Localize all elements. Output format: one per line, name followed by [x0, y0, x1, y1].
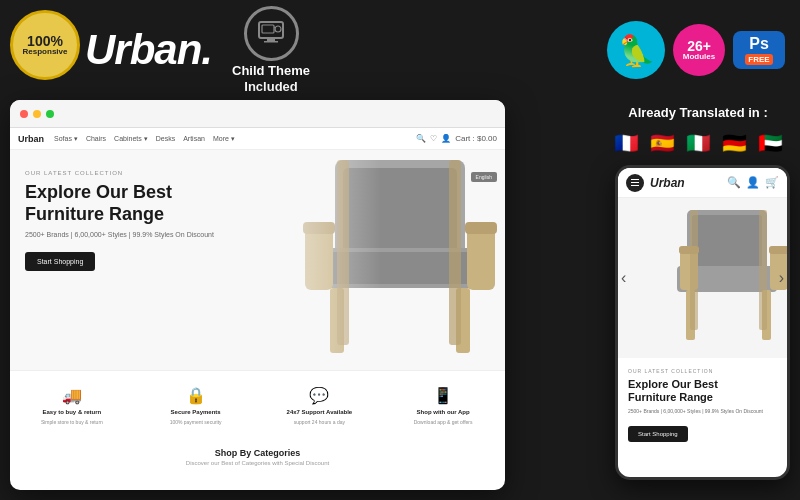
flags-row: 🇫🇷 🇪🇸 🇮🇹 🇩🇪 🇦🇪 [611, 128, 785, 158]
svg-rect-27 [690, 210, 698, 330]
child-theme-line2: Included [232, 79, 310, 95]
app-icon: 📱 [433, 386, 453, 405]
flag-de: 🇩🇪 [719, 128, 749, 158]
mobile-title: Explore Our Best Furniture Range [628, 378, 777, 404]
categories-title: Shop By Categories [20, 448, 495, 458]
mobile-user-icon[interactable]: 👤 [746, 176, 760, 189]
nav-link-sofas[interactable]: Sofas ▾ [54, 135, 78, 143]
mobile-brand: Urban [650, 176, 685, 190]
translation-section: Already Translated in : 🇫🇷 🇪🇸 🇮🇹 🇩🇪 🇦🇪 [611, 105, 785, 158]
mobile-hero: ‹ › [618, 198, 787, 358]
flag-it: 🇮🇹 [683, 128, 713, 158]
mobile-mockup: Urban 🔍 👤 🛒 ‹ › OUR [615, 165, 790, 480]
feature-item-app: 📱 Shop with our App Download app & get o… [381, 381, 505, 430]
mobile-nav: Urban 🔍 👤 🛒 [618, 168, 787, 198]
mobile-title-line2: Furniture Range [628, 391, 713, 403]
mobile-label: OUR LATEST COLLECTION [628, 368, 777, 374]
payment-icon: 🔒 [186, 386, 206, 405]
categories-subtitle: Discover our Best of Categories with Spe… [20, 460, 495, 466]
flag-fr: 🇫🇷 [611, 128, 641, 158]
prev-arrow-icon[interactable]: ‹ [621, 269, 626, 287]
hero-title-line2: Furniture Range [25, 204, 164, 224]
responsive-badge: 100% Responsive [10, 10, 80, 80]
browser-nav: Urban Sofas ▾ Chairs Cabinets ▾ Desks Ar… [10, 128, 505, 150]
feature-title-app: Shop with our App [417, 409, 470, 415]
flag-es: 🇪🇸 [647, 128, 677, 158]
search-icon[interactable]: 🔍 [416, 134, 426, 143]
translation-title: Already Translated in : [611, 105, 785, 120]
svg-rect-2 [264, 41, 278, 43]
browser-dot-green [46, 110, 54, 118]
svg-rect-0 [259, 22, 283, 38]
browser-dot-red [20, 110, 28, 118]
svg-rect-24 [769, 246, 787, 254]
svg-rect-1 [267, 38, 275, 41]
browser-dot-yellow [33, 110, 41, 118]
mobile-nav-icons: 🔍 👤 🛒 [727, 176, 779, 189]
feature-item-return: 🚚 Easy to buy & return Simple store to b… [10, 381, 134, 430]
wishlist-icon[interactable]: ♡ [430, 134, 437, 143]
monitor-icon [256, 18, 286, 48]
hero-label: OUR LATEST COLLECTION [25, 170, 214, 176]
support-icon: 💬 [309, 386, 329, 405]
hero-content: OUR LATEST COLLECTION Explore Our Best F… [25, 170, 214, 271]
features-row: 🚚 Easy to buy & return Simple store to b… [10, 370, 505, 440]
nav-link-desks[interactable]: Desks [156, 135, 175, 143]
mobile-subtitle: 2500+ Brands | 6,00,000+ Styles | 99.9% … [628, 408, 777, 414]
user-icon[interactable]: 👤 [441, 134, 451, 143]
categories-section: Shop By Categories Discover our Best of … [10, 440, 505, 474]
right-badges: 🦜 26+ Modules Ps FREE [607, 21, 800, 79]
ps-badge: Ps FREE [733, 31, 785, 69]
parrot-icon: 🦜 [618, 33, 655, 68]
svg-rect-28 [759, 210, 767, 330]
modules-label: Modules [683, 53, 715, 61]
modules-count: 26+ [687, 39, 711, 53]
feature-title-payments: Secure Payments [171, 409, 221, 415]
nav-link-artisan[interactable]: Artisan [183, 135, 205, 143]
child-theme-text: Child Theme Included [232, 63, 310, 94]
feature-title-return: Easy to buy & return [43, 409, 102, 415]
mobile-chair-image [652, 198, 787, 348]
parrot-badge: 🦜 [607, 21, 665, 79]
hero-button[interactable]: Start Shopping [25, 252, 95, 271]
child-theme-badge: Child Theme Included [232, 6, 310, 94]
nav-link-cabinets[interactable]: Cabinets ▾ [114, 135, 148, 143]
feature-item-support: 💬 24x7 Support Available support 24 hour… [258, 381, 382, 430]
modules-badge: 26+ Modules [673, 24, 725, 76]
nav-link-chairs[interactable]: Chairs [86, 135, 106, 143]
browser-mockup: Urban Sofas ▾ Chairs Cabinets ▾ Desks Ar… [10, 100, 505, 490]
browser-bar [10, 100, 505, 128]
svg-point-4 [275, 26, 281, 32]
next-arrow-icon[interactable]: › [779, 269, 784, 287]
mobile-title-line1: Explore Our Best [628, 378, 718, 390]
mobile-button[interactable]: Start Shopping [628, 426, 688, 442]
nav-icons: 🔍 ♡ 👤 Cart : $0.00 [416, 134, 497, 143]
cart-info[interactable]: Cart : $0.00 [455, 134, 497, 143]
header-area: Urban. Child Theme Included 🦜 26+ Module… [85, 0, 800, 100]
feature-item-payments: 🔒 Secure Payments 100% payment security [134, 381, 258, 430]
mobile-chair-svg [652, 198, 787, 348]
hero-title-line1: Explore Our Best [25, 182, 172, 202]
hamburger-icon[interactable] [626, 174, 644, 192]
flag-ae: 🇦🇪 [755, 128, 785, 158]
hero-title: Explore Our Best Furniture Range [25, 182, 214, 225]
feature-desc-support: support 24 hours a day [294, 419, 345, 425]
child-theme-icon [244, 6, 299, 61]
svg-rect-19 [692, 215, 762, 269]
feature-desc-return: Simple store to buy & return [41, 419, 103, 425]
mobile-cart-icon[interactable]: 🛒 [765, 176, 779, 189]
nav-links: Sofas ▾ Chairs Cabinets ▾ Desks Artisan … [54, 135, 235, 143]
ps-text: Ps [749, 36, 769, 52]
mobile-search-icon[interactable]: 🔍 [727, 176, 741, 189]
brand-title: Urban. [85, 26, 212, 74]
feature-title-support: 24x7 Support Available [287, 409, 353, 415]
hero-subtitle: 2500+ Brands | 6,00,000+ Styles | 99.9% … [25, 231, 214, 238]
svg-rect-3 [262, 25, 274, 33]
free-text: FREE [745, 54, 772, 65]
mobile-content: OUR LATEST COLLECTION Explore Our Best F… [618, 358, 787, 452]
responsive-percent: 100% [27, 34, 63, 48]
nav-link-more[interactable]: More ▾ [213, 135, 235, 143]
child-theme-line1: Child Theme [232, 63, 310, 79]
feature-desc-app: Download app & get offers [414, 419, 473, 425]
nav-brand: Urban [18, 134, 44, 144]
